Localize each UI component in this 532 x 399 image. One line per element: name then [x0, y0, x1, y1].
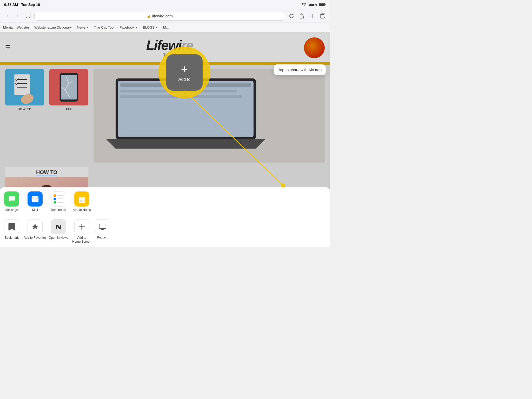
status-left: 9:38 AM Tue Sep 10	[4, 3, 40, 7]
news-dropdown-arrow: ▼	[86, 26, 89, 29]
reminder-dot-1	[54, 194, 56, 197]
battery-icon	[319, 3, 326, 6]
favorites-action-icon	[28, 219, 43, 234]
share-icon	[299, 13, 304, 19]
bookmark-news[interactable]: News ▼	[77, 25, 89, 29]
news-action-icon	[51, 219, 66, 234]
news-icon	[54, 223, 63, 231]
message-icon	[8, 195, 16, 203]
action-favorites[interactable]: Add to Favorites	[23, 219, 47, 244]
share-sheet: Message Mail	[0, 187, 330, 247]
new-tab-button[interactable]	[308, 12, 316, 20]
status-right: 100%	[302, 3, 326, 7]
share-reminders[interactable]: Reminders	[47, 191, 70, 212]
svg-rect-31	[99, 224, 106, 229]
battery-percentage: 100%	[308, 3, 317, 7]
share-button[interactable]	[298, 12, 306, 20]
reminders-icon-circle	[51, 191, 66, 207]
svg-rect-1	[319, 4, 324, 6]
desktop-action-icon	[95, 219, 110, 234]
action-add-home-screen[interactable]: Add toHome Screen	[70, 219, 94, 244]
tabs-icon	[320, 14, 325, 19]
notes-icon-circle	[74, 191, 89, 207]
reminders-dots	[51, 192, 66, 206]
add-home-screen-label: Add toHome Screen	[72, 236, 91, 244]
plus-icon	[310, 14, 315, 18]
favorites-action-label: Add to Favorites	[24, 236, 46, 240]
bookmark-m[interactable]: M...	[163, 25, 169, 29]
forward-button[interactable]: ›	[14, 12, 22, 20]
desktop-icon	[99, 223, 107, 230]
homescreen-action-icon	[74, 219, 89, 234]
status-time: 9:38 AM	[4, 3, 18, 7]
star-icon	[31, 223, 39, 231]
reminder-dot-2	[54, 198, 56, 200]
bookmark-action-icon	[4, 219, 19, 234]
add-to-notes-label: Add to Notes	[73, 208, 91, 212]
address-bar[interactable]: 🔒 lifewire.com	[34, 12, 285, 21]
reload-icon	[289, 14, 294, 19]
add-to-container: + Add to	[158, 46, 210, 98]
mail-label: Mail	[32, 208, 38, 212]
svg-rect-3	[320, 15, 324, 18]
bookmark-websters[interactable]: Webster's...ge Dictionary	[34, 25, 72, 29]
back-button[interactable]: ‹	[3, 12, 11, 20]
plus-home-icon	[78, 223, 85, 230]
open-in-news-label: Open in News	[49, 236, 68, 240]
status-day: Tue Sep 10	[21, 3, 40, 7]
bookmarks-button[interactable]	[24, 12, 32, 20]
bookmark-merriam-webster[interactable]: Merriam-Webster	[3, 25, 29, 29]
svg-rect-26	[79, 196, 85, 197]
add-to-label: Add to	[178, 77, 190, 82]
url-display: lifewire.com	[152, 14, 173, 18]
browser-chrome: ‹ › 🔒 lifewire.com	[0, 9, 330, 23]
message-label: Message	[5, 208, 18, 212]
webpage: ☰ Lifewire Tech U	[0, 32, 330, 247]
mail-icon-circle	[28, 191, 43, 207]
share-apps-row: Message Mail	[0, 187, 330, 216]
bookmarks-bar: Merriam-Webster Webster's...ge Dictionar…	[0, 23, 330, 32]
bookmark-titlecap[interactable]: Title Cap Tool	[94, 25, 114, 29]
request-desktop-label: Reque...	[97, 236, 108, 239]
notes-icon	[78, 195, 86, 203]
svg-rect-2	[325, 4, 326, 5]
action-icons-row: Bookmark Add to Favorites	[0, 216, 330, 247]
tabs-button[interactable]	[318, 12, 327, 20]
wifi-icon	[302, 3, 306, 6]
reminders-label: Reminders	[51, 208, 66, 212]
share-message[interactable]: Message	[0, 191, 23, 212]
bookmark-icon	[8, 223, 15, 231]
add-to-button[interactable]: + Add to	[166, 54, 203, 91]
reload-button[interactable]	[287, 12, 296, 20]
mail-icon	[31, 196, 39, 202]
message-icon-circle	[4, 191, 19, 207]
bookmarks-icon	[25, 12, 31, 18]
bookmark-facebook[interactable]: Facebook ▼	[119, 25, 138, 29]
status-bar: 9:38 AM Tue Sep 10 100%	[0, 0, 330, 9]
airdrop-tooltip: Tap to share with AirDrop	[274, 64, 326, 75]
bookmark-blogs[interactable]: BLOGS ▼	[143, 25, 158, 29]
action-bookmark[interactable]: Bookmark	[0, 219, 23, 244]
facebook-dropdown-arrow: ▼	[135, 26, 138, 29]
share-mail[interactable]: Mail	[23, 191, 47, 212]
add-to-plus: +	[181, 63, 188, 75]
reminder-dot-3	[54, 201, 56, 204]
svg-rect-24	[32, 196, 38, 202]
blogs-dropdown-arrow: ▼	[155, 26, 158, 29]
action-request-desktop[interactable]: Reque...	[94, 219, 112, 244]
lock-icon: 🔒	[147, 14, 151, 18]
yellow-circle: + Add to	[158, 46, 210, 98]
bookmark-action-label: Bookmark	[5, 236, 19, 240]
share-add-to-notes[interactable]: Add to Notes	[70, 191, 94, 212]
action-open-in-news[interactable]: Open in News	[47, 219, 70, 244]
